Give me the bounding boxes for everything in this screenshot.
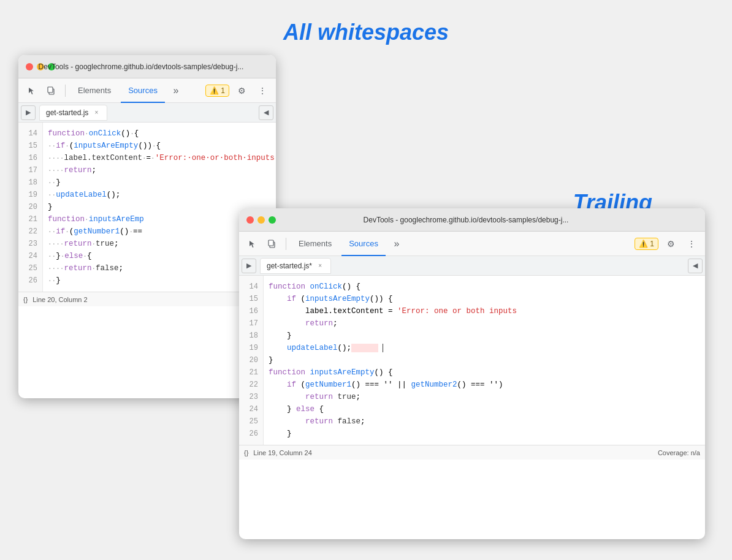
toolbar-1: Elements Sources » ⚠️ 1 ⚙ ⋮ (18, 78, 276, 103)
toolbar-right-1: ⚠️ 1 ⚙ ⋮ (205, 82, 271, 99)
file-tab-close-1[interactable]: × (92, 108, 101, 117)
more-icon-1[interactable]: ⋮ (254, 82, 271, 99)
warning-icon-2: ⚠️ (639, 240, 648, 248)
line-numbers-2: 14151617 18192021 2223242526 (239, 276, 264, 445)
warning-badge-1[interactable]: ⚠️ 1 (205, 85, 229, 97)
toolbar-2: Elements Sources » ⚠️ 1 ⚙ ⋮ (239, 232, 705, 256)
toolbar-separator-1 (65, 85, 66, 97)
titlebar-text-1: DevTools - googlechrome.github.io/devtoo… (18, 62, 269, 71)
settings-icon-1[interactable]: ⚙ (233, 82, 250, 99)
devtools-window-2: DevTools - googlechrome.github.io/devtoo… (239, 208, 705, 539)
status-position-2: Line 19, Column 24 (253, 449, 311, 456)
warning-badge-2[interactable]: ⚠️ 1 (635, 238, 658, 250)
copy-icon[interactable] (43, 82, 60, 99)
more-icon-2[interactable]: ⋮ (683, 235, 700, 252)
editor-body-1: 14151617 18192021 2223242526 function·on… (18, 123, 276, 292)
chevron-right-icon-1[interactable]: » (167, 82, 185, 99)
statusbar-2: {} Line 19, Column 24 Coverage: n/a (239, 445, 705, 460)
titlebar-1: DevTools - googlechrome.github.io/devtoo… (18, 55, 276, 78)
tab-sources-1[interactable]: Sources (121, 78, 165, 103)
settings-icon-2[interactable]: ⚙ (662, 235, 679, 252)
toolbar-right-2: ⚠️ 1 ⚙ ⋮ (635, 235, 700, 252)
tab-elements-2[interactable]: Elements (291, 232, 339, 256)
file-tabbar-2: ▶ get-started.js* × ◀ (239, 256, 705, 276)
copy-icon-2[interactable] (264, 235, 281, 252)
format-icon-1[interactable]: {} (23, 296, 28, 303)
titlebar-2: DevTools - googlechrome.github.io/devtoo… (239, 208, 705, 232)
format-icon-2[interactable]: {} (244, 449, 248, 456)
line-numbers-1: 14151617 18192021 2223242526 (18, 123, 43, 292)
editor-area-2: 14151617 18192021 2223242526 function on… (239, 276, 705, 460)
cursor-icon-2[interactable] (244, 235, 261, 252)
cursor-icon[interactable] (23, 82, 40, 99)
warning-icon-1: ⚠️ (210, 86, 219, 95)
warning-count-2: 1 (650, 240, 654, 248)
page-title-all: All whitespaces (283, 20, 449, 45)
statusbar-1: {} Line 20, Column 2 (18, 292, 276, 306)
chevron-right-icon-2[interactable]: » (388, 235, 405, 252)
file-tab-close-2[interactable]: × (316, 262, 324, 270)
tab-sources-2[interactable]: Sources (341, 232, 386, 256)
devtools-window-1: DevTools - googlechrome.github.io/devtoo… (18, 55, 276, 398)
editor-body-2: 14151617 18192021 2223242526 function on… (239, 276, 705, 445)
file-tabbar-1: ▶ get-started.js × ◀ (18, 103, 276, 123)
warning-count-1: 1 (221, 86, 225, 95)
coverage-status: Coverage: n/a (658, 449, 700, 456)
expand-panel-1[interactable]: ▶ (21, 105, 36, 120)
file-tab-name-1: get-started.js (46, 108, 88, 117)
code-content-2[interactable]: function onClick() { if (inputsAreEmpty(… (264, 276, 705, 445)
collapse-panel-1[interactable]: ◀ (259, 105, 273, 120)
expand-panel-2[interactable]: ▶ (242, 259, 256, 273)
file-tab-1[interactable]: get-started.js × (39, 105, 107, 121)
status-position-1: Line 20, Column 2 (32, 296, 87, 303)
titlebar-text-2: DevTools - googlechrome.github.io/devtoo… (239, 216, 698, 224)
toolbar-separator-2 (286, 238, 286, 250)
svg-rect-3 (269, 240, 273, 246)
collapse-panel-2[interactable]: ◀ (688, 259, 703, 273)
file-tab-2[interactable]: get-started.js* × (260, 258, 331, 274)
svg-rect-1 (48, 87, 53, 93)
tab-elements-1[interactable]: Elements (71, 78, 118, 103)
editor-area-1: 14151617 18192021 2223242526 function·on… (18, 123, 276, 306)
file-tab-name-2: get-started.js* (267, 262, 312, 270)
